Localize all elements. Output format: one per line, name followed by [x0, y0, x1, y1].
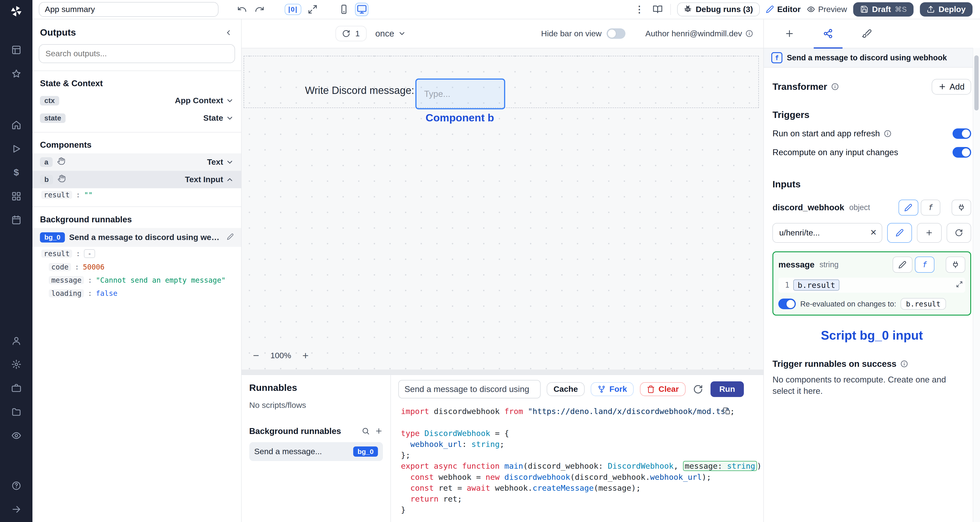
desktop-view-icon[interactable] — [355, 3, 368, 16]
draft-button[interactable]: Draft⌘S — [853, 2, 913, 17]
refresh-mode-dropdown[interactable]: once — [375, 29, 406, 38]
collapse-panel-icon[interactable] — [223, 27, 234, 38]
fullscreen-icon[interactable] — [306, 3, 319, 16]
folders-icon[interactable] — [11, 406, 21, 418]
insert-tab[interactable] — [770, 19, 809, 48]
table-icon[interactable] — [11, 44, 21, 56]
info-icon[interactable] — [831, 83, 839, 91]
cache-button[interactable]: Cache — [547, 382, 585, 396]
bg0-runnable-item[interactable]: Send a message... bg_0 — [249, 442, 383, 461]
schedules-icon[interactable] — [11, 214, 21, 226]
run-on-start-toggle[interactable] — [953, 128, 971, 139]
fork-button[interactable]: Fork — [591, 382, 633, 396]
search-icon[interactable] — [361, 427, 370, 435]
hide-bar-toggle[interactable] — [606, 29, 625, 39]
expression-editor[interactable]: 1 b.result — [778, 278, 965, 293]
debug-runs-button[interactable]: Debug runs (3) — [677, 3, 760, 17]
settings-gear-icon[interactable] — [11, 358, 21, 371]
collapse-value-toggle[interactable]: - — [84, 249, 95, 258]
code-token: DiscordWebhook — [425, 429, 490, 438]
text-input-component-b[interactable] — [415, 78, 505, 110]
output-row-state[interactable]: state State — [32, 109, 241, 127]
output-row-ctx[interactable]: ctx App Context — [32, 92, 241, 109]
styling-tab[interactable] — [848, 19, 886, 48]
redo-icon[interactable] — [253, 3, 266, 16]
expression-value[interactable]: b.result — [793, 280, 839, 291]
chevron-down-icon[interactable] — [226, 97, 234, 105]
hand-icon[interactable] — [57, 157, 65, 167]
code-editor[interactable]: import discordwebhook from "https://deno… — [391, 402, 764, 522]
trash-icon — [647, 385, 655, 393]
recompute-toggle[interactable] — [953, 147, 971, 158]
help-icon[interactable] — [11, 479, 21, 492]
settings-tab[interactable] — [809, 19, 848, 48]
static-edit-button[interactable] — [892, 256, 912, 272]
script-name-input[interactable] — [398, 380, 541, 398]
output-row-component-b[interactable]: b Text Input — [32, 171, 241, 188]
app-canvas[interactable]: Write Discord message: Component b − 100… — [242, 48, 763, 374]
edit-resource-button[interactable] — [887, 223, 912, 243]
static-edit-button[interactable] — [899, 200, 918, 215]
pencil-icon — [766, 5, 774, 13]
resource-value-input[interactable]: ✕ — [772, 223, 882, 243]
refresh-resource-button[interactable] — [947, 223, 971, 243]
expr-mode-button[interactable]: f — [915, 256, 935, 272]
home-icon[interactable] — [11, 119, 21, 131]
reeval-toggle[interactable] — [778, 299, 796, 309]
scrollbar-thumb[interactable] — [974, 55, 978, 110]
workers-icon[interactable] — [11, 382, 21, 394]
reeval-dependency-badge[interactable]: b.result — [900, 298, 946, 310]
code-token: from — [504, 407, 523, 416]
hand-icon[interactable] — [57, 175, 66, 185]
resource-path-input[interactable] — [778, 228, 866, 238]
kebab-menu-icon[interactable]: ⋮ — [633, 3, 645, 16]
info-icon[interactable] — [884, 129, 892, 138]
text-component-a[interactable]: Write Discord message: — [290, 84, 414, 96]
vertical-scrollbar[interactable] — [973, 48, 980, 522]
info-icon[interactable] — [900, 360, 908, 368]
star-icon[interactable] — [11, 67, 21, 80]
canvas-horizontal-scrollbar[interactable] — [242, 369, 763, 374]
zoom-out-button[interactable]: − — [249, 349, 263, 362]
component-b-input[interactable] — [423, 88, 494, 100]
mobile-view-icon[interactable] — [337, 3, 350, 16]
collapse-arrow-icon[interactable] — [11, 503, 21, 516]
app-summary-input[interactable] — [39, 2, 218, 17]
docs-book-icon[interactable] — [652, 3, 664, 16]
search-outputs-input[interactable] — [39, 44, 235, 63]
output-row-bg0[interactable]: bg_0 Send a message to discord using web… — [32, 228, 241, 247]
windmill-logo[interactable] — [10, 5, 22, 18]
runs-icon[interactable] — [11, 142, 21, 155]
variables-icon[interactable]: $ — [14, 166, 19, 179]
connect-plug-button[interactable] — [951, 200, 971, 215]
zoom-in-button[interactable]: + — [299, 349, 312, 362]
clear-button[interactable]: Clear — [640, 382, 686, 396]
add-transformer-button[interactable]: Add — [932, 79, 971, 95]
chevron-down-icon[interactable] — [226, 158, 234, 166]
resources-icon[interactable] — [11, 190, 21, 202]
expr-mode-button[interactable]: f — [921, 200, 940, 215]
refresh-count-button[interactable]: 1 — [336, 26, 367, 41]
add-runnable-icon[interactable] — [375, 427, 383, 435]
undo-icon[interactable] — [236, 3, 248, 16]
edit-pencil-icon[interactable] — [227, 233, 234, 242]
expand-editor-icon[interactable] — [956, 280, 963, 290]
copy-icon[interactable] — [723, 407, 731, 417]
chevron-down-icon[interactable] — [226, 114, 234, 122]
clear-resource-icon[interactable]: ✕ — [870, 229, 877, 237]
chevron-up-icon[interactable] — [226, 176, 234, 184]
grid-align-button[interactable]: |0| — [285, 4, 301, 15]
code-token — [401, 473, 410, 482]
add-resource-button[interactable] — [917, 223, 942, 243]
deploy-button[interactable]: Deploy — [920, 2, 972, 17]
bg0-result-row[interactable]: result : - — [32, 247, 241, 261]
run-button[interactable]: Run — [711, 381, 744, 397]
connect-plug-button[interactable] — [946, 256, 966, 272]
users-icon[interactable] — [11, 334, 21, 347]
output-row-component-a[interactable]: a Text — [32, 153, 241, 171]
audit-eye-icon[interactable] — [11, 430, 21, 442]
refresh-icon[interactable] — [692, 383, 704, 395]
info-icon[interactable] — [745, 30, 753, 38]
preview-tab[interactable]: Preview — [807, 5, 847, 14]
editor-tab[interactable]: Editor — [766, 5, 800, 14]
